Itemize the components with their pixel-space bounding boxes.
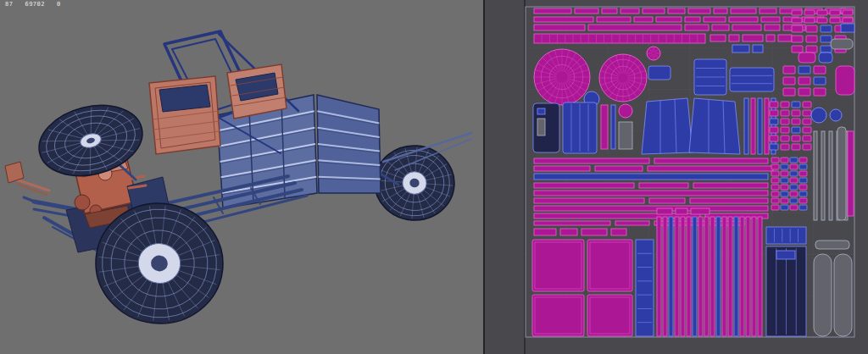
wireframe-truck-model[interactable] — [0, 0, 483, 354]
stat-poly-count: 69702 — [25, 1, 45, 8]
stat-extra: 0 — [57, 1, 61, 8]
3d-app-window: 87 69702 0 — [0, 0, 868, 354]
perspective-viewport[interactable]: 87 69702 0 — [0, 0, 483, 354]
uv-editor-panel[interactable] — [485, 0, 868, 354]
stat-selected-count: 87 — [5, 1, 13, 8]
viewport-statistics: 87 69702 0 — [5, 1, 61, 8]
uv-layout-canvas[interactable] — [485, 0, 868, 354]
